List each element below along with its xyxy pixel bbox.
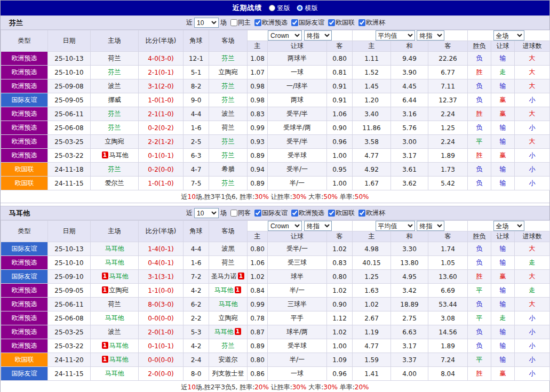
col-corner: 角球 bbox=[184, 221, 209, 242]
match-score: 0-4(0-1) bbox=[139, 256, 184, 270]
filter-checkbox[interactable]: 欧洲杯 bbox=[358, 209, 385, 218]
col-home: 主场 bbox=[91, 221, 139, 242]
filter-input[interactable] bbox=[358, 210, 365, 217]
same-venue-input[interactable] bbox=[230, 210, 237, 217]
filter-input[interactable] bbox=[328, 210, 335, 217]
odds-value: 0.89 bbox=[248, 339, 268, 353]
asian-stage-select[interactable]: 终指 bbox=[304, 30, 332, 41]
bookmaker-select[interactable]: Crown bbox=[268, 30, 302, 41]
odds-value: 0.90 bbox=[327, 298, 353, 311]
goals-result: 小 bbox=[515, 163, 550, 177]
win-draw-loss-result: 负 bbox=[468, 163, 491, 177]
match-date: 25-06-11 bbox=[48, 298, 91, 311]
filter-checkbox[interactable]: 欧洲杯 bbox=[358, 18, 385, 27]
home-team-cell: 芬兰 bbox=[91, 107, 139, 121]
handicap-result: 赢 bbox=[491, 367, 515, 381]
win-draw-loss-result: 胜 bbox=[468, 270, 491, 284]
team-name: 荷兰 bbox=[222, 259, 235, 266]
win-draw-loss-result: 胜 bbox=[468, 367, 491, 381]
euro-odds-header-cell: 平均值 终指 bbox=[353, 30, 468, 41]
match-date: 25-10-13 bbox=[48, 242, 91, 256]
recent-results-panel: 近期战绩 竖版 横版 芬兰 近 10 场 同主 欧洲预选 bbox=[0, 0, 550, 392]
col-euro-home: 主 bbox=[353, 41, 391, 52]
filter-checkbox[interactable]: 欧洲预选 bbox=[291, 209, 324, 218]
same-venue-input[interactable] bbox=[230, 19, 237, 26]
same-venue-checkbox[interactable]: 同主 bbox=[230, 18, 251, 27]
team-name: 芬兰 bbox=[222, 96, 235, 103]
section-malta: 马耳他 近 10 场 同客 国际友谊 欧洲预选 bbox=[1, 206, 549, 392]
odds-value: 9.49 bbox=[391, 52, 428, 66]
filter-checkbox[interactable]: 国际友谊 bbox=[291, 18, 324, 27]
euro-stage-select[interactable]: 终指 bbox=[417, 221, 444, 231]
team-name: 芬兰 bbox=[108, 110, 121, 117]
win-draw-loss-result: 负 bbox=[468, 298, 491, 311]
scope-select[interactable]: 全场 bbox=[493, 30, 524, 41]
filter-input[interactable] bbox=[254, 210, 261, 217]
filter-input[interactable] bbox=[328, 19, 335, 26]
layout-vertical-radio[interactable]: 竖版 bbox=[269, 4, 290, 13]
match-date: 24-11-20 bbox=[48, 353, 91, 367]
match-row: 国际友谊25-09-101马耳他3-1(3-1)7-2圣马力诺11.02球半0.… bbox=[1, 270, 550, 284]
col-goals: 进球数 bbox=[515, 41, 550, 52]
goals-result: 走 bbox=[515, 256, 550, 270]
home-team-cell: 荷兰 bbox=[91, 52, 139, 66]
filter-input[interactable] bbox=[254, 19, 261, 26]
odds-value: 一球 bbox=[268, 367, 327, 381]
filter-input[interactable] bbox=[291, 210, 298, 217]
filter-checkbox[interactable]: 国际友谊 bbox=[254, 209, 288, 218]
handicap-result: 输 bbox=[491, 121, 515, 135]
filter-input[interactable] bbox=[291, 19, 298, 26]
filter-input[interactable] bbox=[358, 19, 365, 26]
team-name: 芬兰 bbox=[222, 342, 235, 349]
asian-stage-select[interactable]: 终指 bbox=[304, 221, 332, 231]
filter-checkbox[interactable]: 欧国联 bbox=[328, 209, 355, 218]
match-row: 欧洲预选25-10-13荷兰4-0(3-0)12-1芬兰1.08两球半0.801… bbox=[1, 52, 550, 66]
match-type-badge: 欧洲预选 bbox=[1, 107, 48, 121]
odds-value: 0.81 bbox=[327, 66, 353, 79]
layout-horizontal-radio[interactable]: 横版 bbox=[297, 4, 318, 13]
match-type-badge: 国际友谊 bbox=[1, 270, 48, 284]
team-name: 波兰 bbox=[108, 328, 121, 335]
match-score: 8-0(3-0) bbox=[139, 298, 184, 311]
away-team-cell: 波兰 bbox=[209, 107, 248, 121]
euro-stage-select[interactable]: 终指 bbox=[417, 30, 444, 41]
odds-value: 1.67 bbox=[353, 177, 391, 190]
home-team-cell: 马耳他 bbox=[91, 242, 139, 256]
match-type-badge: 国际友谊 bbox=[1, 367, 48, 381]
odds-value: 受球半/两 bbox=[268, 121, 327, 135]
col-away: 客场 bbox=[209, 221, 248, 242]
odds-value: 4.92 bbox=[353, 163, 391, 177]
odds-value: 7.11 bbox=[428, 79, 468, 93]
games-count-select[interactable]: 10 bbox=[194, 18, 219, 28]
col-euro-home: 主 bbox=[353, 231, 391, 242]
average-select[interactable]: 平均值 bbox=[376, 30, 415, 41]
win-draw-loss-result: 负 bbox=[468, 242, 491, 256]
match-date: 25-10-10 bbox=[48, 66, 91, 79]
match-date: 25-09-05 bbox=[48, 93, 91, 107]
odds-value: 受半球 bbox=[268, 149, 327, 163]
bookmaker-select[interactable]: Crown bbox=[268, 221, 302, 231]
team-name: 荷兰 bbox=[108, 300, 121, 308]
win-draw-loss-result: 负 bbox=[468, 177, 491, 190]
odds-value: 8.04 bbox=[428, 367, 468, 381]
goals-result: 大 bbox=[515, 135, 550, 149]
odds-value: 两球半 bbox=[268, 52, 327, 66]
goals-result: 走 bbox=[515, 284, 550, 298]
odds-value: 0.99 bbox=[248, 298, 268, 311]
team-name: 希腊 bbox=[222, 165, 235, 173]
near-label: 近 bbox=[186, 18, 193, 27]
corner-count: 2-4 bbox=[184, 353, 209, 367]
odds-value: 1.63 bbox=[353, 284, 391, 298]
summary-segment: 让胜率: bbox=[269, 383, 292, 391]
odds-value: 11.86 bbox=[353, 121, 391, 135]
games-count-select[interactable]: 10 bbox=[194, 208, 219, 218]
corner-count: 4-7 bbox=[184, 163, 209, 177]
filter-checkbox[interactable]: 欧洲预选 bbox=[254, 18, 288, 27]
average-select[interactable]: 平均值 bbox=[376, 221, 415, 231]
scope-select[interactable]: 全场 bbox=[493, 221, 524, 231]
filter-checkbox[interactable]: 欧国联 bbox=[328, 18, 355, 27]
odds-value: 4.00 bbox=[391, 367, 428, 381]
away-team-cell: 芬兰 bbox=[209, 339, 248, 353]
match-score: 0-0(0-0) bbox=[139, 311, 184, 325]
same-venue-checkbox[interactable]: 同客 bbox=[230, 209, 251, 218]
